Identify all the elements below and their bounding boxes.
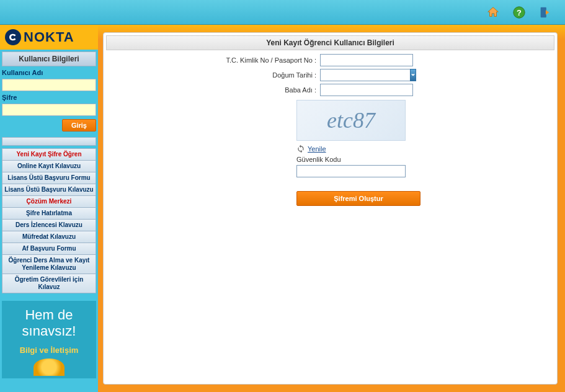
- dob-input[interactable]: [320, 69, 410, 81]
- promo-line3: Bilgi ve İletişim: [4, 345, 94, 355]
- right-column: Yeni Kayıt Öğrenci Kullanıcı Bilgileri T…: [98, 25, 565, 392]
- father-label: Baba Adı :: [106, 86, 320, 94]
- svg-rect-2: [541, 7, 546, 17]
- sidebar-menu-item-3[interactable]: Lisans Üstü Başvuru Kılavuzu: [2, 184, 96, 196]
- logo: NOKTA: [0, 25, 98, 50]
- sidebar-menu-item-6[interactable]: Ders İzlencesi Klavuzu: [2, 220, 96, 231]
- sidebar-menu-item-0[interactable]: Yeni Kayıt Şifre Öğren: [2, 148, 96, 161]
- dob-label: Doğum Tarihi :: [106, 71, 320, 79]
- svg-text:?: ?: [517, 7, 522, 17]
- username-input[interactable]: [2, 79, 96, 91]
- father-input[interactable]: [320, 84, 413, 96]
- sidebar-menu-item-9[interactable]: Öğrenci Ders Alma ve Kayıt Yenileme Kıla…: [2, 255, 96, 274]
- login-button[interactable]: Giriş: [62, 119, 96, 131]
- help-icon[interactable]: ?: [512, 5, 527, 20]
- promo-box: Hem de sınavsız! Bilgi ve İletişim: [2, 301, 96, 378]
- sidebar-menu-item-10[interactable]: Ögretim Görevlileri için Kılavuz: [2, 274, 96, 293]
- form-body: T.C. Kimlik No / Pasaport No : Doğum Tar…: [106, 50, 554, 206]
- content-panel: Yeni Kayıt Öğrenci Kullanıcı Bilgileri T…: [103, 32, 558, 385]
- captcha-image: etc87: [296, 100, 406, 141]
- security-label: Güvenlik Kodu: [296, 156, 554, 163]
- refresh-link[interactable]: Yenile: [308, 145, 326, 153]
- top-bar: ?: [0, 0, 565, 25]
- page-wrap: NOKTA Kullanıcı Bilgileri Kullanıcı Adı …: [0, 25, 565, 392]
- sidebar-menu: Yeni Kayıt Şifre ÖğrenOnline Kayıt Kılav…: [2, 148, 96, 293]
- promo-seal-icon: [33, 359, 65, 376]
- chevron-down-icon: [411, 73, 416, 78]
- promo-line1: Hem de: [4, 307, 94, 323]
- sidebar-divider: [2, 137, 96, 146]
- sidebar-menu-item-5[interactable]: Şifre Hatırlatma: [2, 208, 96, 220]
- security-input[interactable]: [296, 165, 406, 177]
- sidebar-menu-item-8[interactable]: Af Başvuru Formu: [2, 243, 96, 255]
- left-column: NOKTA Kullanıcı Bilgileri Kullanıcı Adı …: [0, 25, 98, 392]
- logo-text: NOKTA: [24, 29, 74, 45]
- home-icon[interactable]: [486, 5, 500, 20]
- refresh-icon: [296, 145, 305, 153]
- exit-icon[interactable]: [538, 5, 553, 20]
- username-label: Kullanıcı Adı: [2, 68, 96, 78]
- form-title: Yeni Kayıt Öğrenci Kullanıcı Bilgileri: [106, 35, 554, 50]
- sidebar-menu-item-4[interactable]: Çözüm Merkezi: [2, 196, 96, 208]
- sidebar: Kullanıcı Bilgileri Kullanıcı Adı Şifre …: [0, 50, 98, 392]
- promo-line2: sınavsız!: [4, 323, 94, 339]
- captcha-block: etc87 Yenile Güvenlik Kodu Şifremi Oluşt…: [296, 100, 554, 206]
- login-header: Kullanıcı Bilgileri: [2, 51, 96, 66]
- password-input[interactable]: [2, 104, 96, 116]
- password-label: Şifre: [2, 92, 96, 102]
- logo-mark-icon: [5, 29, 21, 45]
- submit-button[interactable]: Şifremi Oluştur: [296, 191, 420, 206]
- dob-picker-button[interactable]: [410, 69, 416, 81]
- sidebar-menu-item-1[interactable]: Online Kayıt Kılavuzu: [2, 161, 96, 172]
- sidebar-menu-item-7[interactable]: Müfredat Kılavuzu: [2, 231, 96, 243]
- tc-input[interactable]: [320, 54, 413, 66]
- sidebar-menu-item-2[interactable]: Lisans Üstü Başvuru Formu: [2, 172, 96, 184]
- tc-label: T.C. Kimlik No / Pasaport No :: [106, 56, 320, 64]
